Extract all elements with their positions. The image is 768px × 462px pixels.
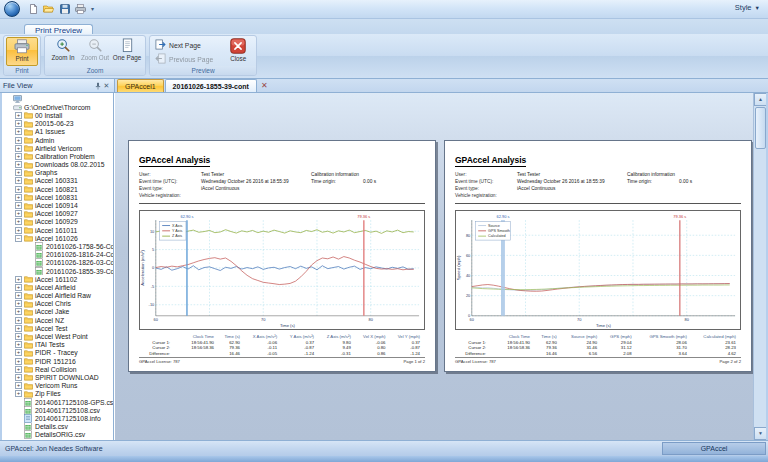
tree-folder-item[interactable]: +Admin: [2, 136, 113, 144]
tree-folder-item[interactable]: +iAccel 161102: [2, 275, 113, 283]
application-menu-button[interactable]: [4, 1, 20, 17]
expand-icon[interactable]: +: [15, 210, 22, 217]
expand-icon[interactable]: +: [15, 218, 22, 225]
scrollbar-thumb[interactable]: [755, 107, 766, 149]
expand-icon[interactable]: +: [15, 153, 22, 160]
tree-file-item[interactable]: 20140617125108.csv: [2, 406, 113, 414]
svg-text:70: 70: [577, 317, 582, 322]
expand-icon[interactable]: +: [15, 112, 22, 119]
tree-computer-node[interactable]: [2, 95, 113, 103]
close-panel-icon[interactable]: ✕: [102, 81, 111, 90]
expand-icon[interactable]: +: [15, 333, 22, 340]
zoom-out-button[interactable]: Zoom Out: [79, 37, 111, 66]
expand-icon[interactable]: +: [15, 317, 22, 324]
tree-folder-item[interactable]: +iAccel Chris: [2, 300, 113, 308]
tree-folder-item[interactable]: +Zip Files: [2, 390, 113, 398]
tree-file-item[interactable]: 20161026-1855-39-Cont.csv: [2, 267, 113, 275]
doc-tab-gpaccel1[interactable]: GPAccel1: [117, 79, 164, 92]
close-preview-button[interactable]: Close: [222, 37, 254, 66]
print-icon[interactable]: [74, 2, 87, 15]
expand-icon[interactable]: +: [15, 194, 22, 201]
expand-icon[interactable]: +: [15, 284, 22, 291]
expand-icon[interactable]: +: [15, 349, 22, 356]
qat-overflow-icon[interactable]: ▾: [91, 5, 94, 12]
tree-folder-item[interactable]: −iAccel 161026: [2, 234, 113, 242]
tree-folder-item[interactable]: +Calibration Problem: [2, 152, 113, 160]
expand-icon[interactable]: +: [15, 227, 22, 234]
expand-icon[interactable]: +: [15, 120, 22, 127]
expand-icon[interactable]: +: [15, 169, 22, 176]
one-page-button[interactable]: One Page: [111, 37, 143, 66]
print-button[interactable]: Print: [6, 37, 38, 66]
save-icon[interactable]: [58, 2, 71, 15]
tree-folder-item[interactable]: +iAccel 160831: [2, 193, 113, 201]
tree-folder-item[interactable]: +iAccel 160331: [2, 177, 113, 185]
tree-file-item[interactable]: 20140617125108.info: [2, 414, 113, 422]
scroll-down-icon[interactable]: ▼: [754, 427, 766, 440]
tree-folder-item[interactable]: +PIDR 151216: [2, 357, 113, 365]
tree-folder-item[interactable]: +SPIRIT DOWNLOAD: [2, 373, 113, 381]
expand-icon[interactable]: +: [15, 358, 22, 365]
tree-folder-item[interactable]: +iAccel Jake: [2, 308, 113, 316]
tree-root-drive[interactable]: G:\OneDrive\Thorcom: [2, 103, 113, 111]
tree-folder-item[interactable]: +Vericom Runs: [2, 382, 113, 390]
expand-icon[interactable]: +: [15, 366, 22, 373]
pin-icon[interactable]: [93, 81, 102, 90]
tree-folder-item[interactable]: +Graphs: [2, 169, 113, 177]
tree-file-item[interactable]: 20161026-1758-56-Cont.csv: [2, 242, 113, 250]
expand-icon[interactable]: +: [15, 292, 22, 299]
tree-folder-item[interactable]: +iAccel 160914: [2, 201, 113, 209]
new-document-icon[interactable]: [26, 2, 39, 15]
tree-file-item[interactable]: Details.csv: [2, 423, 113, 431]
expand-icon[interactable]: +: [15, 186, 22, 193]
expand-icon[interactable]: +: [15, 390, 22, 397]
tree-folder-item[interactable]: +iAccel 161011: [2, 226, 113, 234]
tree-folder-item[interactable]: +PIDR - Tracey: [2, 349, 113, 357]
doc-tab-report[interactable]: 20161026-1855-39-cont: [165, 79, 257, 92]
tree-folder-item[interactable]: +iAccel West Point: [2, 332, 113, 340]
tree-file-item[interactable]: 20140617125108-GPS.csv: [2, 398, 113, 406]
tree-folder-item[interactable]: +iAccel Test: [2, 324, 113, 332]
expand-icon[interactable]: +: [15, 276, 22, 283]
tree-folder-item[interactable]: +iAccel 160929: [2, 218, 113, 226]
tree-folder-item[interactable]: +iAccel 160821: [2, 185, 113, 193]
expand-icon[interactable]: +: [15, 374, 22, 381]
doc-tab-close-icon[interactable]: ✕: [258, 81, 271, 92]
tree-file-item[interactable]: 20161026-1816-24-Cont.csv: [2, 251, 113, 259]
expand-icon[interactable]: +: [15, 300, 22, 307]
tree-folder-item[interactable]: +iAccel 160927: [2, 210, 113, 218]
expand-icon[interactable]: +: [15, 382, 22, 389]
expand-icon[interactable]: +: [15, 325, 22, 332]
tree-folder-item[interactable]: +Airfield Vericom: [2, 144, 113, 152]
style-dropdown[interactable]: Style ▼: [735, 3, 760, 12]
expand-icon[interactable]: +: [15, 308, 22, 315]
expand-icon[interactable]: +: [15, 161, 22, 168]
tree-folder-item[interactable]: +20015-06-23: [2, 120, 113, 128]
tree-folder-item[interactable]: +A1 Issues: [2, 128, 113, 136]
expand-icon[interactable]: +: [15, 145, 22, 152]
tree-folder-item[interactable]: +iAccel Airfield: [2, 283, 113, 291]
open-folder-icon[interactable]: [42, 2, 55, 15]
tree-folder-item[interactable]: +00 Install: [2, 111, 113, 119]
tree-folder-item[interactable]: +ITAI Tests: [2, 341, 113, 349]
expand-icon[interactable]: +: [15, 137, 22, 144]
expand-icon[interactable]: +: [15, 202, 22, 209]
svg-text:20: 20: [466, 293, 471, 298]
next-page-button[interactable]: Next Page: [153, 39, 217, 51]
tree-folder-item[interactable]: +Downloads 08.02.2015: [2, 161, 113, 169]
tree-folder-item[interactable]: +Real Collision: [2, 365, 113, 373]
scroll-up-icon[interactable]: ▲: [754, 93, 766, 106]
zoom-in-button[interactable]: Zoom In: [47, 37, 79, 66]
group-label-zoom: Zoom: [45, 66, 145, 75]
previous-page-button[interactable]: Previous Page: [153, 53, 217, 65]
expand-icon[interactable]: +: [15, 177, 22, 184]
tree-folder-item[interactable]: +iAccel NZ: [2, 316, 113, 324]
expand-icon[interactable]: +: [15, 341, 22, 348]
tree-folder-item[interactable]: +iAccel Airfield Raw: [2, 292, 113, 300]
tree-file-item[interactable]: 20161026-1826-03-Cont.csv: [2, 259, 113, 267]
expand-icon[interactable]: +: [15, 128, 22, 135]
status-gpaccel-segment[interactable]: GPAccel: [662, 442, 766, 455]
vertical-scrollbar[interactable]: ▲ ▼: [753, 93, 766, 440]
tree-file-item[interactable]: DetailsORIG.csv: [2, 431, 113, 439]
collapse-icon[interactable]: −: [15, 235, 22, 242]
